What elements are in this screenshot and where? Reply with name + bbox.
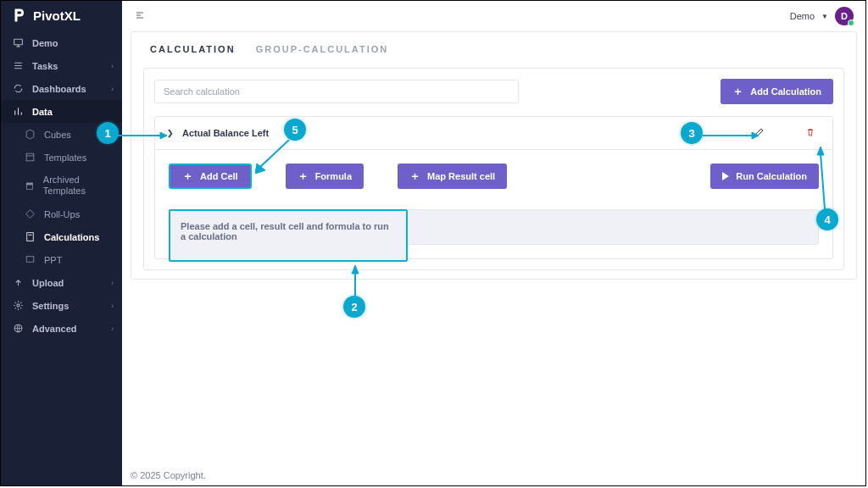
annotation-arrow-1 [118, 131, 167, 140]
button-label: Formula [315, 171, 352, 181]
gear-icon [13, 300, 24, 311]
search-input[interactable] [154, 80, 519, 103]
sidebar-item-label: Demo [32, 38, 58, 48]
button-label: Add Cell [200, 171, 238, 181]
svg-marker-9 [160, 132, 167, 139]
topbar: Demo ▼ D [122, 1, 865, 31]
svg-rect-4 [27, 233, 34, 241]
annotation-3: 3 [681, 122, 703, 144]
upload-icon [13, 277, 24, 288]
chevron-right-icon: ❯ [167, 129, 174, 137]
trash-icon[interactable] [805, 125, 815, 141]
sidebar-item-label: Templates [44, 152, 86, 163]
svg-line-10 [260, 140, 289, 167]
svg-marker-11 [255, 164, 265, 174]
annotation-2: 2 [343, 296, 365, 318]
calculator-icon [25, 231, 36, 242]
sidebar-item-label: PPT [44, 255, 62, 265]
sidebar-item-ppt[interactable]: PPT [1, 248, 122, 271]
bar-chart-icon [13, 106, 24, 117]
svg-rect-0 [14, 39, 23, 45]
annotation-1: 1 [97, 122, 119, 144]
sidebar-item-label: Settings [32, 301, 69, 311]
formula-button[interactable]: ＋ Formula [286, 164, 364, 189]
button-label: Map Result cell [427, 171, 495, 181]
sidebar-item-rollups[interactable]: Roll-Ups [1, 202, 122, 225]
sidebar-item-demo[interactable]: Demo [1, 31, 122, 54]
annotation-5: 5 [284, 119, 306, 141]
globe-icon [13, 323, 24, 334]
add-calculation-button[interactable]: ＋ Add Calculation [721, 79, 833, 104]
svg-rect-5 [26, 257, 34, 263]
annotation-arrow-5 [255, 140, 292, 174]
svg-point-6 [17, 304, 19, 307]
sidebar-item-archived-templates[interactable]: Archived Templates [1, 169, 122, 202]
slides-icon [25, 254, 36, 265]
caret-down-icon: ▼ [821, 13, 828, 20]
sidebar-item-dashboards[interactable]: Dashboards › [1, 77, 122, 100]
svg-line-14 [821, 153, 825, 209]
sidebar-item-upload[interactable]: Upload › [1, 271, 122, 294]
sidebar-item-templates[interactable]: Templates [1, 146, 122, 169]
map-result-cell-button[interactable]: ＋ Map Result cell [398, 164, 507, 189]
user-menu-label: Demo [790, 11, 815, 21]
svg-marker-15 [817, 147, 824, 155]
toggle-sidebar-icon[interactable] [134, 9, 146, 23]
add-cell-button[interactable]: ＋ Add Cell [169, 164, 252, 189]
archive-icon [25, 180, 35, 191]
calculation-placeholder: Please add a cell, result cell and formu… [169, 209, 408, 262]
footer-copyright: © 2025 Copyright. [131, 470, 206, 480]
avatar[interactable]: D [835, 7, 854, 25]
play-icon [722, 172, 729, 180]
tag-icon [25, 208, 36, 219]
annotation-arrow-3 [703, 131, 759, 140]
sidebar-item-calculations[interactable]: Calculations [1, 225, 122, 248]
chevron-right-icon: › [111, 302, 114, 310]
content: CALCULATION GROUP-CALCULATION ＋ Add Calc… [122, 31, 865, 485]
tab-group-calculation[interactable]: GROUP-CALCULATION [256, 44, 389, 54]
chevron-right-icon: › [111, 62, 114, 70]
brand-logo-icon [11, 8, 26, 23]
chevron-right-icon: › [111, 85, 114, 93]
search [154, 80, 519, 103]
sidebar-item-label: Advanced [32, 324, 77, 334]
cube-icon [25, 129, 36, 140]
tab-calculation[interactable]: CALCULATION [150, 44, 236, 54]
button-label: Add Calculation [750, 86, 821, 97]
refresh-icon [13, 83, 24, 94]
brand: PivotXL [1, 1, 122, 31]
tabs-card: CALCULATION GROUP-CALCULATION ＋ Add Calc… [131, 31, 857, 280]
sidebar-item-settings[interactable]: Settings › [1, 294, 122, 317]
annotation-arrow-4 [814, 147, 831, 209]
annotation-arrow-2 [350, 265, 360, 297]
sidebar-item-label: Archived Templates [43, 175, 117, 197]
chevron-right-icon: › [111, 324, 114, 333]
sidebar-item-tasks[interactable]: Tasks › [1, 54, 122, 77]
sidebar-item-label: Tasks [32, 61, 58, 71]
calc-panel: ＋ Add Calculation ❯ Actual Balance Left [143, 68, 844, 270]
tabs: CALCULATION GROUP-CALCULATION [131, 32, 856, 63]
placeholder-text: Please add a cell, result cell and formu… [181, 221, 389, 241]
nav: Demo Tasks › Dashboards › Data Cubes Tem… [1, 31, 122, 340]
annotation-4: 4 [816, 208, 838, 230]
sidebar-item-advanced[interactable]: Advanced › [1, 317, 122, 340]
search-row: ＋ Add Calculation [154, 79, 833, 104]
sidebar-item-label: Data [32, 107, 53, 117]
presentation-icon [13, 37, 24, 48]
user-menu[interactable]: Demo ▼ D [790, 7, 854, 25]
calculation-placeholder-bar: Please add a cell, result cell and formu… [169, 209, 819, 245]
svg-marker-13 [752, 132, 759, 139]
svg-rect-3 [26, 185, 32, 189]
run-calculation-button[interactable]: Run Calculation [710, 164, 819, 189]
sidebar-item-label: Roll-Ups [44, 209, 80, 219]
sidebar-item-label: Calculations [44, 232, 99, 242]
calculation-title: Actual Balance Left [182, 128, 269, 138]
sidebar: PivotXL Demo Tasks › Dashboards › Data C… [1, 1, 122, 485]
calculation-title-wrap: ❯ Actual Balance Left [167, 128, 269, 138]
main: Demo ▼ D CALCULATION GROUP-CALCULATION ＋… [122, 1, 865, 485]
sidebar-item-label: Dashboards [32, 84, 86, 94]
brand-name: PivotXL [33, 8, 81, 23]
svg-marker-17 [352, 265, 359, 274]
list-icon [13, 60, 24, 71]
sidebar-item-data[interactable]: Data [1, 100, 122, 123]
